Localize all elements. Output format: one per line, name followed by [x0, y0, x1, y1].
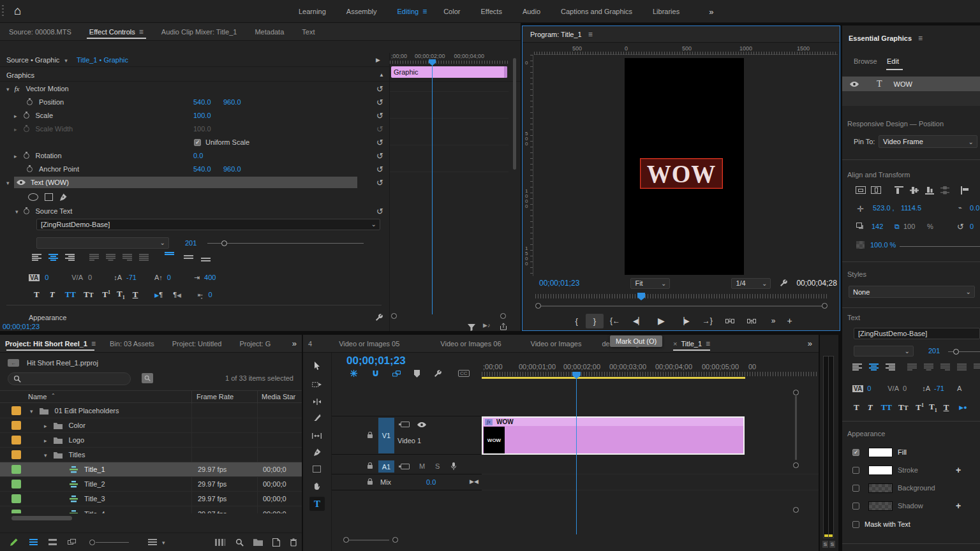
tab-edit[interactable]: Edit: [887, 57, 899, 65]
column-media-start[interactable]: Media Star: [262, 393, 295, 400]
kerning-value[interactable]: 0: [88, 274, 92, 281]
list-view-button[interactable]: [29, 539, 38, 546]
panel-menu-icon[interactable]: ≡: [139, 27, 144, 36]
reset-icon[interactable]: ↺: [376, 152, 383, 160]
razor-tool[interactable]: [313, 414, 321, 422]
anchor-x-value[interactable]: 540.0: [193, 165, 211, 173]
tab-metadata[interactable]: Metadata: [246, 23, 293, 41]
new-bin-button[interactable]: [253, 538, 263, 546]
eg-tracking-value[interactable]: 0: [867, 385, 871, 392]
align-vert-frame-icon[interactable]: [871, 186, 881, 194]
valign-center-icon[interactable]: [184, 254, 193, 261]
faux-bold-button[interactable]: T: [34, 290, 40, 300]
program-zoom-scrollbar[interactable]: [535, 303, 828, 309]
workspace-tab-audio[interactable]: Audio: [512, 8, 551, 15]
background-checkbox[interactable]: [852, 485, 859, 492]
add-stroke-icon[interactable]: +: [956, 465, 961, 475]
settings-wrench-icon[interactable]: [780, 279, 787, 287]
superscript-button[interactable]: T1: [102, 290, 110, 300]
stroke-checkbox[interactable]: [852, 467, 859, 474]
mini-clip-graphic[interactable]: Graphic: [391, 66, 507, 78]
program-timecode[interactable]: 00;00;01;23: [539, 279, 579, 288]
mini-playhead[interactable]: [432, 59, 433, 314]
tab-effect-controls[interactable]: Effect Controls≡: [80, 23, 152, 41]
ltr-paragraph-button[interactable]: ▶●: [959, 404, 967, 411]
sort-asc-icon[interactable]: ⌃: [51, 393, 56, 399]
button-editor-overflow-icon[interactable]: »: [762, 314, 785, 328]
bin-row[interactable]: 01 Edit Placeholders: [0, 404, 302, 418]
expand-icon[interactable]: [44, 451, 47, 459]
stopwatch-icon[interactable]: [24, 153, 29, 159]
position-y-value[interactable]: 960.0: [223, 98, 241, 106]
bin-row[interactable]: Color: [0, 418, 302, 433]
canvas-text[interactable]: WOW: [647, 159, 716, 188]
find-button[interactable]: [235, 538, 244, 547]
target-clip-label[interactable]: Title_1 • Graphic: [77, 56, 128, 64]
effect-controls-scrollbar[interactable]: [512, 55, 517, 329]
label-chip[interactable]: [11, 465, 21, 474]
tab-project-g[interactable]: Project: G: [230, 335, 273, 353]
track-lock-icon[interactable]: [368, 481, 373, 485]
keyframe-toggle-icon[interactable]: ▶◀: [470, 478, 479, 485]
eg-kerning-value[interactable]: 0: [903, 385, 907, 392]
halign-left-align-icon[interactable]: [961, 186, 970, 195]
position-x-value[interactable]: 540.0: [193, 98, 211, 106]
align-right-icon[interactable]: [65, 254, 75, 261]
search-input[interactable]: [8, 372, 131, 385]
align-horiz-frame-icon[interactable]: [856, 186, 866, 194]
mark-out-button[interactable]: }: [586, 314, 604, 328]
sequence-row[interactable]: Title_3 29.97 fps 00;00;0: [0, 492, 302, 506]
rectangle-tool[interactable]: [313, 466, 321, 473]
export-frame-icon[interactable]: [500, 323, 507, 330]
play-button[interactable]: ▶: [650, 313, 672, 328]
faux-bold-button[interactable]: T: [854, 402, 859, 413]
workspace-tab-color[interactable]: Color: [433, 8, 470, 15]
twirl-icon[interactable]: [15, 207, 19, 215]
panel-menu-icon[interactable]: ≡: [706, 339, 710, 348]
collapse-icon[interactable]: ▲: [379, 72, 384, 78]
mark-in-button[interactable]: {: [567, 314, 585, 328]
visibility-eye-icon[interactable]: [850, 82, 859, 87]
close-tab-icon[interactable]: ×: [673, 340, 677, 348]
tab-audio-clip-mixer[interactable]: Audio Clip Mixer: Title_1: [152, 23, 246, 41]
eg-scale-x[interactable]: 142: [872, 223, 883, 230]
track-lock-icon[interactable]: [368, 434, 373, 438]
playback-resolution-select[interactable]: 1/4: [731, 278, 771, 289]
ripple-edit-tool[interactable]: [313, 399, 322, 405]
new-item-button[interactable]: [272, 538, 280, 547]
all-caps-button[interactable]: TT: [881, 402, 892, 413]
halign-center-align-icon[interactable]: [976, 186, 980, 195]
home-button[interactable]: ⌂: [14, 4, 21, 18]
eg-font-style-select[interactable]: [854, 346, 914, 356]
timeline-settings-wrench-icon[interactable]: [434, 370, 442, 378]
delete-button[interactable]: [290, 538, 297, 547]
align-center-icon[interactable]: [869, 364, 879, 371]
stopwatch-icon[interactable]: [24, 209, 29, 214]
label-chip[interactable]: [11, 421, 21, 430]
play-audio-icon[interactable]: ▶♪: [483, 322, 490, 328]
chevron-down-icon[interactable]: [64, 56, 68, 64]
workspace-tab-learning[interactable]: Learning: [288, 8, 336, 15]
track-output-eye-icon[interactable]: [417, 422, 426, 427]
mini-ruler-ticks[interactable]: [390, 61, 509, 64]
align-center-icon[interactable]: [48, 254, 58, 261]
indent-value[interactable]: 0: [208, 291, 212, 298]
voiceover-mic-icon[interactable]: [450, 462, 457, 471]
bin-row[interactable]: Logo: [0, 433, 302, 448]
eg-font-size-slider[interactable]: [948, 351, 980, 352]
effect-controls-timecode[interactable]: 00;00;01;23: [3, 323, 40, 330]
tab-text[interactable]: Text: [293, 23, 323, 41]
align-right-icon[interactable]: [886, 364, 895, 371]
twirl-icon[interactable]: [14, 152, 17, 159]
label-chip[interactable]: [11, 510, 21, 514]
pen-tool-icon[interactable]: [59, 193, 67, 201]
search-in-bin-button[interactable]: [142, 373, 153, 383]
add-marker-icon[interactable]: [414, 370, 420, 378]
workspace-tab-effects[interactable]: Effects: [470, 8, 512, 15]
panel-menu-icon[interactable]: ≡: [588, 30, 593, 39]
tab-title-1[interactable]: × Title_1 ≡: [667, 335, 716, 353]
faux-italic-button[interactable]: T: [50, 290, 55, 300]
tracking-value[interactable]: 0: [45, 274, 48, 281]
eg-rotation-value[interactable]: 0: [970, 223, 974, 230]
label-chip[interactable]: [11, 494, 21, 503]
